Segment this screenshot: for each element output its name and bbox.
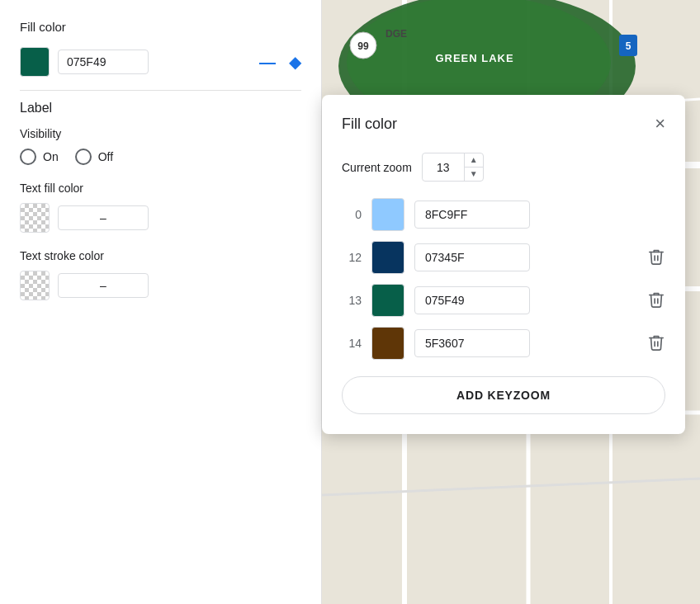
- keyzoom-diamond-icon[interactable]: ◆: [289, 52, 301, 72]
- color-row-13: 13: [342, 284, 665, 317]
- visibility-radio-group: On Off: [20, 149, 301, 165]
- color-input-13[interactable]: [414, 286, 530, 314]
- text-stroke-color-label: Text stroke color: [20, 249, 301, 262]
- zoom-down-arrow[interactable]: ▼: [465, 168, 483, 181]
- text-fill-color-input[interactable]: [58, 205, 149, 230]
- fill-color-swatch[interactable]: [20, 47, 50, 77]
- zoom-up-arrow[interactable]: ▲: [465, 153, 483, 168]
- svg-text:5: 5: [626, 40, 631, 52]
- zoom-input-wrap[interactable]: ▲ ▼: [422, 153, 484, 182]
- svg-text:99: 99: [357, 40, 369, 52]
- close-button[interactable]: ×: [655, 115, 665, 133]
- popup-header: Fill color ×: [342, 115, 665, 133]
- add-keyzoom-button[interactable]: ADD KEYZOOM: [342, 376, 665, 414]
- color-swatch-14[interactable]: [371, 327, 404, 360]
- zoom-arrows[interactable]: ▲ ▼: [464, 153, 483, 181]
- visibility-label: Visibility: [20, 127, 301, 140]
- color-swatch-0[interactable]: [371, 198, 404, 231]
- label-section: Label Visibility On Off Text fill color …: [20, 101, 301, 300]
- zoom-num-0: 0: [342, 208, 362, 221]
- text-stroke-color-row: [20, 271, 301, 300]
- color-swatch-12[interactable]: [371, 241, 404, 274]
- divider-1: [20, 90, 301, 91]
- radio-on-option[interactable]: On: [20, 149, 59, 165]
- color-row-0: 0: [342, 198, 665, 231]
- current-zoom-label: Current zoom: [342, 161, 412, 174]
- delete-button-13[interactable]: [647, 290, 665, 311]
- radio-off-option[interactable]: Off: [75, 149, 113, 165]
- radio-on-label: On: [43, 150, 59, 163]
- color-input-12[interactable]: [414, 243, 530, 271]
- color-swatch-13[interactable]: [371, 284, 404, 317]
- svg-text:DGE: DGE: [385, 28, 407, 40]
- collapse-icon[interactable]: —: [259, 54, 276, 70]
- radio-off-circle[interactable]: [75, 149, 92, 165]
- radio-on-circle[interactable]: [20, 149, 36, 165]
- label-section-heading: Label: [20, 101, 301, 116]
- color-row-14: 14: [342, 327, 665, 360]
- radio-off-label: Off: [98, 150, 113, 163]
- zoom-num-13: 13: [342, 294, 362, 307]
- color-input-0[interactable]: [414, 201, 530, 229]
- left-panel: Fill color — ◆ Label Visibility On Off T…: [0, 0, 322, 604]
- zoom-num-12: 12: [342, 251, 362, 264]
- color-row-12: 12: [342, 241, 665, 274]
- text-fill-color-label: Text fill color: [20, 182, 301, 195]
- fill-color-row: — ◆: [20, 47, 301, 77]
- zoom-num-14: 14: [342, 337, 362, 350]
- text-stroke-color-input[interactable]: [58, 273, 149, 298]
- popup-title: Fill color: [342, 116, 397, 133]
- delete-button-12[interactable]: [647, 248, 665, 268]
- fill-color-section-title: Fill color: [20, 20, 301, 34]
- color-input-14[interactable]: [414, 329, 530, 357]
- fill-color-popup: Fill color × Current zoom ▲ ▼ 0 12: [322, 95, 685, 434]
- text-fill-color-row: [20, 203, 301, 233]
- text-fill-color-swatch[interactable]: [20, 203, 50, 233]
- zoom-value-input[interactable]: [423, 156, 464, 179]
- text-stroke-color-swatch[interactable]: [20, 271, 50, 300]
- delete-button-14[interactable]: [647, 333, 665, 354]
- fill-color-input[interactable]: [58, 50, 149, 74]
- current-zoom-row: Current zoom ▲ ▼: [342, 153, 665, 182]
- svg-text:GREEN LAKE: GREEN LAKE: [435, 52, 513, 64]
